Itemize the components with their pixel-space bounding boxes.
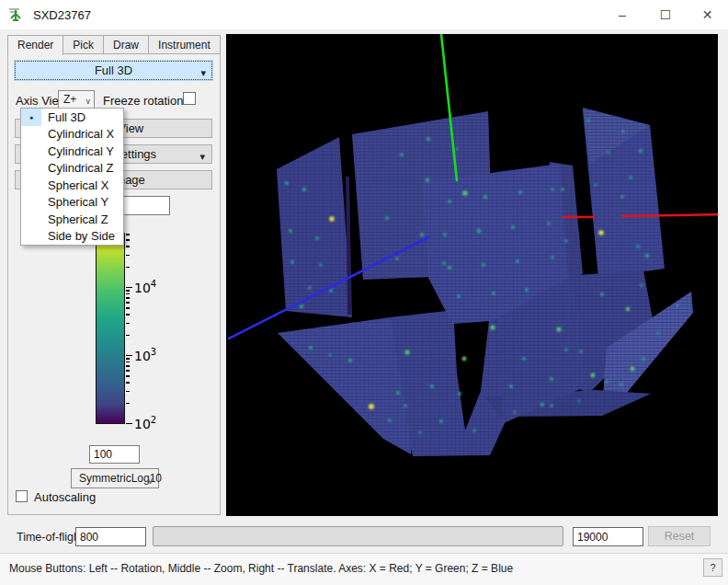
- bragg-peak-spot: [300, 304, 303, 308]
- bragg-peak-spot: [458, 392, 461, 396]
- bragg-peak-spot: [620, 383, 623, 386]
- colorbar-tick: [126, 267, 130, 268]
- tab-draw[interactable]: Draw: [104, 35, 149, 54]
- colorbar-tick: [126, 239, 130, 240]
- colorbar-tick: [126, 423, 132, 424]
- help-button[interactable]: ?: [703, 558, 722, 577]
- bragg-peak-spot: [490, 325, 495, 329]
- colorbar-tick: [126, 355, 132, 356]
- status-text: Mouse Buttons: Left -- Rotation, Middle …: [9, 562, 513, 575]
- bragg-peak-spot: [645, 254, 649, 258]
- menu-item-cylindrical-x[interactable]: Cylindrical X: [21, 126, 123, 143]
- bragg-peak-spot: [430, 384, 434, 388]
- bragg-peak-spot: [640, 283, 643, 287]
- bragg-peak-spot: [455, 147, 458, 150]
- bragg-peak-spot: [442, 261, 446, 265]
- colorbar-tick: [126, 297, 130, 298]
- bragg-peak-spot: [443, 233, 447, 236]
- bragg-peak-spot: [578, 400, 581, 403]
- tab-render[interactable]: Render: [7, 35, 63, 55]
- bragg-peak-spot: [626, 307, 630, 311]
- bragg-peak-spot: [290, 260, 294, 264]
- bragg-peak-spot: [579, 350, 583, 353]
- bragg-peak-spot: [427, 137, 430, 141]
- menu-item-spherical-y[interactable]: Spherical Y: [21, 194, 123, 212]
- bragg-peak-spot: [477, 229, 482, 234]
- close-button[interactable]: ✕: [687, 0, 728, 29]
- menu-item-label: Spherical Y: [41, 195, 108, 209]
- bragg-peak-spot: [472, 429, 476, 432]
- bragg-peak-spot: [482, 263, 485, 267]
- bragg-peak-spot: [289, 229, 292, 233]
- colorbar[interactable]: [96, 233, 125, 424]
- bragg-peak-spot: [348, 359, 352, 362]
- colorbar-tick: [126, 246, 130, 247]
- bragg-peak-spot: [315, 236, 319, 240]
- autoscaling-checkbox[interactable]: [16, 490, 28, 502]
- window-title: SXD23767: [33, 8, 91, 22]
- bragg-peak-spot: [439, 419, 443, 423]
- scale-min-input[interactable]: [89, 445, 140, 464]
- menu-item-full-3d[interactable]: ●Full 3D: [21, 109, 123, 126]
- colorbar-tick-label: 102: [134, 415, 156, 431]
- axis-view-combobox[interactable]: Z+ ∨: [58, 90, 95, 109]
- bragg-peak-spot: [551, 256, 554, 259]
- projection-combobox[interactable]: Full 3D ▾: [15, 61, 212, 80]
- bragg-peak-spot: [586, 119, 590, 122]
- bragg-peak-spot: [420, 233, 424, 236]
- chevron-down-icon: ▾: [200, 64, 206, 82]
- colorbar-tick: [126, 361, 130, 362]
- radio-placeholder: [21, 194, 41, 212]
- bragg-peak-spot: [388, 419, 392, 422]
- bragg-peak-spot: [514, 411, 517, 414]
- bragg-peak-spot: [516, 259, 519, 263]
- tof-max-input[interactable]: [573, 527, 643, 546]
- chevron-down-icon: ▾: [199, 148, 205, 166]
- selected-radio-icon: ●: [21, 109, 41, 126]
- minimize-button[interactable]: –: [601, 0, 643, 29]
- tab-pick[interactable]: Pick: [63, 35, 104, 54]
- menu-item-cylindrical-z[interactable]: Cylindrical Z: [21, 160, 123, 178]
- tab-instrument[interactable]: Instrument: [149, 35, 221, 54]
- menu-item-side-by-side[interactable]: Side by Side: [21, 228, 123, 246]
- detector-panel-texture: [277, 137, 352, 317]
- bragg-peak-spot: [631, 367, 635, 372]
- bragg-peak-spot: [561, 188, 564, 191]
- radio-placeholder: [21, 143, 41, 160]
- instrument-3d-view[interactable]: [226, 34, 718, 516]
- colorbar-tick: [126, 323, 130, 324]
- scale-max-input[interactable]: [122, 196, 170, 215]
- menu-item-cylindrical-y[interactable]: Cylindrical Y: [21, 143, 123, 160]
- bragg-peak-spot: [639, 149, 643, 153]
- radio-placeholder: [21, 228, 41, 246]
- bragg-peak-spot: [550, 404, 553, 407]
- bragg-peak-spot: [385, 216, 389, 220]
- tof-min-input[interactable]: [75, 527, 146, 546]
- bragg-peak-spot: [676, 304, 678, 306]
- bragg-peak-spot: [522, 357, 526, 361]
- scale-type-combobox[interactable]: SymmetricLog10 ∨: [71, 468, 159, 488]
- bragg-peak-spot: [540, 403, 544, 407]
- bragg-peak-spot: [492, 292, 495, 295]
- maximize-button[interactable]: ☐: [644, 0, 687, 29]
- menu-item-spherical-z[interactable]: Spherical Z: [21, 211, 123, 228]
- bragg-peak-spot: [598, 230, 604, 235]
- colorbar-tick: [126, 234, 130, 235]
- bragg-peak-spot: [656, 331, 659, 334]
- bragg-peak-spot: [302, 188, 306, 191]
- colorbar-tick: [126, 302, 130, 303]
- reset-button[interactable]: Reset: [648, 526, 711, 546]
- mantid-logo-icon: [8, 6, 25, 23]
- freeze-rotation-checkbox[interactable]: [183, 92, 196, 105]
- bragg-peak-spot: [369, 404, 374, 409]
- menu-item-label: Cylindrical Z: [41, 161, 114, 175]
- freeze-rotation-label: Freeze rotation: [103, 94, 183, 108]
- bragg-peak-spot: [600, 292, 604, 296]
- tof-slider[interactable]: [153, 526, 563, 546]
- colorbar-tick: [126, 365, 130, 366]
- menu-item-spherical-x[interactable]: Spherical X: [21, 177, 123, 194]
- radio-placeholder: [21, 126, 41, 143]
- menu-item-label: Cylindrical Y: [41, 144, 114, 158]
- bragg-peak-spot: [550, 377, 553, 381]
- bragg-peak-spot: [404, 404, 407, 407]
